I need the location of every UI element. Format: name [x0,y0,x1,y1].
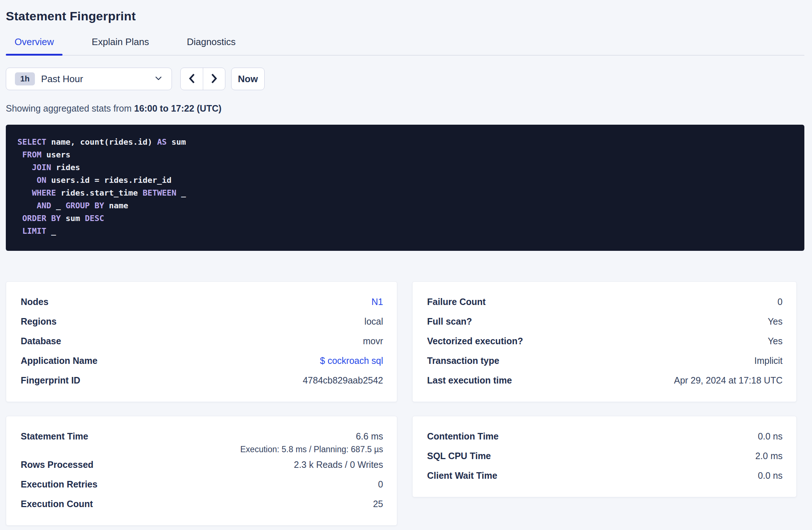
time-window-nav [180,68,225,90]
sql-keyword: GROUP BY [65,201,104,210]
sql-text: name, count(rides.id) [46,137,157,146]
stat-label: Statement Time [21,431,88,442]
stat-row: Client Wait Time0.0 ns [427,466,783,485]
stat-label: Application Name [21,356,97,366]
stat-row: Transaction typeImplicit [427,351,783,370]
wait-times-card: Contention Time0.0 nsSQL CPU Time2.0 msC… [412,416,797,497]
sql-keyword: JOIN [32,163,51,172]
stat-label: Execution Count [21,499,93,509]
sql-text: _ [51,201,66,210]
sql-keyword: SELECT [17,137,46,146]
chevron-left-icon [187,73,197,85]
stat-row: Rows Processed2.3 k Reads / 0 Writes [21,455,383,474]
execution-attributes-card: Failure Count0Full scan?YesVectorized ex… [412,281,797,402]
sql-line: ON users.id = rides.rider_id [17,174,793,186]
sql-text: sum [61,214,85,223]
sql-keyword: DESC [85,214,104,223]
next-time-window-button[interactable] [203,68,225,90]
sql-line: ORDER BY sum DESC [17,212,793,225]
stat-label: Last execution time [427,375,512,386]
stat-label: SQL CPU Time [427,451,491,461]
statement-fingerprint-page: Statement Fingerprint OverviewExplain Pl… [0,0,812,526]
stat-label: Execution Retries [21,479,97,490]
time-controls: 1h Past Hour [6,68,812,90]
stat-label: Transaction type [427,356,499,366]
sql-text: rides [51,163,80,172]
stat-row: SQL CPU Time2.0 ms [427,446,783,466]
stat-row: Failure Count0 [427,292,783,312]
stat-row: Execution Count25 [21,494,383,514]
stat-value-link[interactable]: $ cockroach sql [320,356,383,366]
sql-keyword: FROM [22,150,41,159]
timing-cards: Statement Time6.6 msExecution: 5.8 ms / … [6,416,812,526]
sql-line: AND _ GROUP BY name [17,199,793,212]
stat-value: local [365,316,383,327]
sql-line: SELECT name, count(rides.id) AS sum [17,136,793,148]
sql-keyword: WHERE [32,188,56,197]
stat-row: Contention Time0.0 ns [427,426,783,446]
stat-value-link[interactable]: N1 [371,297,383,307]
stat-value: 25 [373,499,383,509]
stat-label: Regions [21,316,57,327]
sql-text: users [41,150,70,159]
stat-row: Regionslocal [21,312,383,331]
stat-row: Vectorized execution?Yes [427,331,783,351]
stat-label: Fingerprint ID [21,375,80,386]
previous-time-window-button[interactable] [181,68,203,90]
sql-keyword: ON [37,176,47,185]
stat-label: Full scan? [427,316,472,327]
stat-row: Last execution timeApr 29, 2024 at 17:18… [427,370,783,390]
sql-line: JOIN rides [17,161,793,174]
stat-label: Database [21,336,61,346]
chevron-down-icon [154,74,163,84]
sql-text: _ [176,188,186,197]
aggregated-stats-range: 16:00 to 17:22 (UTC) [134,103,221,113]
sql-text: sum [167,137,186,146]
page-title: Statement Fingerprint [6,8,812,24]
sql-text [17,150,22,159]
sql-text [17,163,32,172]
stat-row: Fingerprint ID4784cb829aab2542 [21,370,383,390]
tab-diagnostics[interactable]: Diagnostics [178,36,244,55]
stat-label: Failure Count [427,297,486,307]
sql-line: FROM users [17,148,793,161]
stat-value: 0.0 ns [758,431,783,442]
sql-keyword: BETWEEN [142,188,176,197]
sql-keyword: LIMIT [22,226,46,236]
aggregated-stats-prefix: Showing aggregated stats from [6,103,134,113]
sql-text: users.id = rides.rider_id [46,176,171,185]
sql-keyword: ORDER BY [22,214,61,223]
sql-text [17,188,32,197]
statement-details-card: NodesN1RegionslocalDatabasemovrApplicati… [6,281,397,402]
stat-value: movr [363,336,383,346]
now-button[interactable]: Now [231,68,265,90]
chevron-right-icon [209,73,219,85]
stat-row: Databasemovr [21,331,383,351]
stat-row: Application Name$ cockroach sql [21,351,383,370]
stat-label: Rows Processed [21,459,93,470]
aggregated-stats-line: Showing aggregated stats from 16:00 to 1… [6,103,812,114]
stat-value: 0.0 ns [758,470,783,481]
sql-line: WHERE rides.start_time BETWEEN _ [17,186,793,199]
stat-label: Contention Time [427,431,499,442]
stat-value: Implicit [754,356,783,366]
sql-text [17,176,37,185]
sql-text: _ [46,226,56,236]
stat-value: Yes [768,316,783,327]
sql-text: rides.start_time [56,188,142,197]
time-range-badge: 1h [15,72,35,85]
sql-text [17,226,22,236]
stat-value: Apr 29, 2024 at 17:18 UTC [674,375,783,386]
tab-explain-plans[interactable]: Explain Plans [83,36,158,55]
statement-timing-card: Statement Time6.6 msExecution: 5.8 ms / … [6,416,397,526]
stat-value: 4784cb829aab2542 [303,375,383,386]
stat-subvalue: Execution: 5.8 ms / Planning: 687.5 µs [21,444,383,455]
time-range-dropdown[interactable]: 1h Past Hour [6,68,172,90]
stat-value: 2.0 ms [755,451,783,461]
stat-value: 0 [378,479,383,490]
sql-text: name [104,201,128,210]
sql-keyword: AS [157,137,167,146]
sql-text [17,201,37,210]
stat-row: Execution Retries0 [21,474,383,494]
tab-overview[interactable]: Overview [6,36,63,55]
